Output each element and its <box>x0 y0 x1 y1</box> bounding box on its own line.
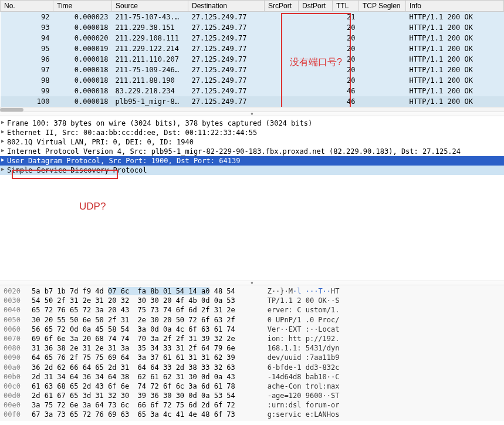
packet-row[interactable]: 1000.000018plb95-1_migr-8…27.125.249.774… <box>1 96 504 107</box>
hex-line[interactable]: 00c061 63 68 65 2d 43 6f 6e 74 72 6f 6c … <box>4 382 500 391</box>
cell-seglen <box>359 22 406 33</box>
cell-ttl: 20 <box>333 43 359 54</box>
hex-line[interactable]: 00205a b7 1b 7d f9 4d 07 6c fa 8b 01 54 … <box>4 286 500 296</box>
pane-resize-handle[interactable]: ● <box>0 112 504 116</box>
cell-dst: 27.125.249.77 <box>188 86 265 96</box>
hex-ascii: :urn:dsl forum-or <box>255 400 340 410</box>
packet-list-table[interactable]: No. Time Source Destination SrcPort DstP… <box>0 0 504 107</box>
column-header-info[interactable]: Info <box>406 1 504 12</box>
hex-offset: 00f0 <box>4 410 32 419</box>
cell-srcport <box>265 54 299 65</box>
hex-line[interactable]: 00e03a 75 72 6e 3a 64 73 6c 66 6f 72 75 … <box>4 400 500 410</box>
hex-ascii: Z··}·M·l ···T··HT <box>255 286 340 296</box>
column-header-destination[interactable]: Destination <box>188 1 265 12</box>
cell-ttl: 20 <box>333 75 359 86</box>
hex-line[interactable]: 004065 72 76 65 72 3a 20 43 75 73 74 6f … <box>4 305 500 315</box>
cell-no: 93 <box>1 22 53 33</box>
packet-row[interactable]: 980.000018211.211.88.19027.125.249.7720H… <box>1 75 504 86</box>
tree-ssdp[interactable]: Simple Service Discovery Protocol <box>0 166 504 175</box>
hex-offset: 00c0 <box>4 382 32 391</box>
column-header-tcpseglen[interactable]: TCP Seglen <box>359 1 406 12</box>
cell-ttl: 46 <box>333 96 359 107</box>
cell-no: 96 <box>1 54 53 65</box>
cell-dst: 27.125.249.77 <box>188 75 265 86</box>
cell-time: 0.000018 <box>53 86 112 96</box>
hex-ascii: ion: htt p://192. <box>255 334 340 343</box>
cell-dst: 27.125.249.77 <box>188 12 265 23</box>
tree-ethernet[interactable]: Ethernet II, Src: 00:aa:bb:cc:dd:ee, Dst… <box>0 128 504 137</box>
cell-time: 0.000018 <box>53 96 112 107</box>
cell-info: HTTP/1.1 200 OK <box>406 33 504 43</box>
cell-src: plb95-1_migr-8… <box>112 96 188 107</box>
tree-vlan[interactable]: 802.1Q Virtual LAN, PRI: 0, DEI: 0, ID: … <box>0 137 504 147</box>
hex-bytes: 36 2d 62 66 64 65 2d 31 64 64 33 2d 38 3… <box>32 363 255 372</box>
column-header-source[interactable]: Source <box>112 1 188 12</box>
packet-row[interactable]: 960.000018211.211.110.20727.125.249.7720… <box>1 54 504 65</box>
hex-bytes: 2d 61 67 65 3d 31 32 30 39 36 30 30 0d 0… <box>32 391 255 400</box>
hex-offset: 00e0 <box>4 400 32 410</box>
packet-row[interactable]: 930.000018211.229.38.15127.125.249.7720H… <box>1 22 504 33</box>
cell-ttl: 20 <box>333 54 359 65</box>
cell-srcport <box>265 43 299 54</box>
hex-line[interactable]: 00d02d 61 67 65 3d 31 32 30 39 36 30 30 … <box>4 391 500 400</box>
cell-no: 99 <box>1 86 53 96</box>
cell-dst: 27.125.249.77 <box>188 96 265 107</box>
table-header-row[interactable]: No. Time Source Destination SrcPort DstP… <box>1 1 504 12</box>
hex-bytes: 69 6f 6e 3a 20 68 74 74 70 3a 2f 2f 31 3… <box>32 334 255 343</box>
scrollbar-thumb[interactable] <box>0 108 23 112</box>
hex-line[interactable]: 00f067 3a 73 65 72 76 69 63 65 3a 4c 41 … <box>4 410 500 419</box>
hex-bytes: 56 65 72 0d 0a 45 58 54 3a 0d 0a 4c 6f 6… <box>32 325 255 334</box>
cell-time: 0.000018 <box>53 65 112 75</box>
packet-details-tree[interactable]: Frame 100: 378 bytes on wire (3024 bits)… <box>0 116 504 281</box>
hex-ascii: 6-bfde-1 dd3-832c <box>255 363 340 372</box>
cell-seglen <box>359 65 406 75</box>
hex-offset: 00b0 <box>4 372 32 382</box>
hex-line[interactable]: 00a036 2d 62 66 64 65 2d 31 64 64 33 2d … <box>4 363 500 372</box>
column-header-time[interactable]: Time <box>53 1 112 12</box>
cell-dstport <box>299 43 333 54</box>
hex-line[interactable]: 009064 65 76 2f 75 75 69 64 3a 37 61 61 … <box>4 353 500 362</box>
packet-row[interactable]: 950.000019211.229.122.21427.125.249.7720… <box>1 43 504 54</box>
packet-row[interactable]: 940.000020211.229.108.11127.125.249.7720… <box>1 33 504 43</box>
cell-src: 83.229.218.234 <box>112 86 188 96</box>
hex-line[interactable]: 003054 50 2f 31 2e 31 20 32 30 30 20 4f … <box>4 296 500 305</box>
horizontal-scrollbar[interactable] <box>0 107 504 112</box>
tree-frame[interactable]: Frame 100: 378 bytes on wire (3024 bits)… <box>0 119 504 128</box>
hex-line[interactable]: 006056 65 72 0d 0a 45 58 54 3a 0d 0a 4c … <box>4 325 500 334</box>
hex-bytes: 30 20 55 50 6e 50 2f 31 2e 30 20 50 72 6… <box>32 315 255 325</box>
hex-offset: 0050 <box>4 315 32 325</box>
cell-dstport <box>299 12 333 23</box>
packet-row[interactable]: 990.00001883.229.218.23427.125.249.7746H… <box>1 86 504 96</box>
cell-dstport <box>299 86 333 96</box>
tree-udp[interactable]: User Datagram Protocol, Src Port: 1900, … <box>0 156 504 166</box>
hex-bytes: 3a 75 72 6e 3a 64 73 6c 66 6f 72 75 6d 2… <box>32 400 255 410</box>
cell-srcport <box>265 96 299 107</box>
cell-dst: 27.125.249.77 <box>188 65 265 75</box>
hex-line[interactable]: 008031 36 38 2e 31 2e 31 3a 35 34 33 31 … <box>4 343 500 353</box>
cell-seglen <box>359 75 406 86</box>
column-header-ttl[interactable]: TTL <box>333 1 359 12</box>
cell-srcport <box>265 65 299 75</box>
tree-ip[interactable]: Internet Protocol Version 4, Src: plb95-… <box>0 147 504 156</box>
packet-row[interactable]: 970.000018211-75-109-246…27.125.249.7720… <box>1 65 504 75</box>
pane-resize-handle-2[interactable]: ● <box>0 281 504 285</box>
hex-bytes: 61 63 68 65 2d 43 6f 6e 74 72 6f 6c 3a 6… <box>32 382 255 391</box>
column-header-no[interactable]: No. <box>1 1 53 12</box>
hex-line[interactable]: 005030 20 55 50 6e 50 2f 31 2e 30 20 50 … <box>4 315 500 325</box>
hex-line[interactable]: 007069 6f 6e 3a 20 68 74 74 70 3a 2f 2f … <box>4 334 500 343</box>
hex-bytes: 2d 31 34 64 36 34 64 38 62 61 62 31 30 0… <box>32 372 255 382</box>
cell-no: 94 <box>1 33 53 43</box>
hex-ascii: 168.1.1: 5431/dyn <box>255 343 340 353</box>
hex-dump-panel[interactable]: 00205a b7 1b 7d f9 4d 07 6c fa 8b 01 54 … <box>0 285 504 421</box>
hex-ascii: -age=120 9600··ST <box>255 391 340 400</box>
packet-row[interactable]: 920.000023211-75-107-43.…27.125.249.7721… <box>1 12 504 23</box>
cell-time: 0.000018 <box>53 75 112 86</box>
cell-dstport <box>299 65 333 75</box>
cell-seglen <box>359 33 406 43</box>
cell-info: HTTP/1.1 200 OK <box>406 65 504 75</box>
column-header-srcport[interactable]: SrcPort <box>265 1 299 12</box>
cell-info: HTTP/1.1 200 OK <box>406 75 504 86</box>
column-header-dstport[interactable]: DstPort <box>299 1 333 12</box>
hex-line[interactable]: 00b02d 31 34 64 36 34 64 38 62 61 62 31 … <box>4 372 500 382</box>
cell-info: HTTP/1.1 200 OK <box>406 12 504 23</box>
